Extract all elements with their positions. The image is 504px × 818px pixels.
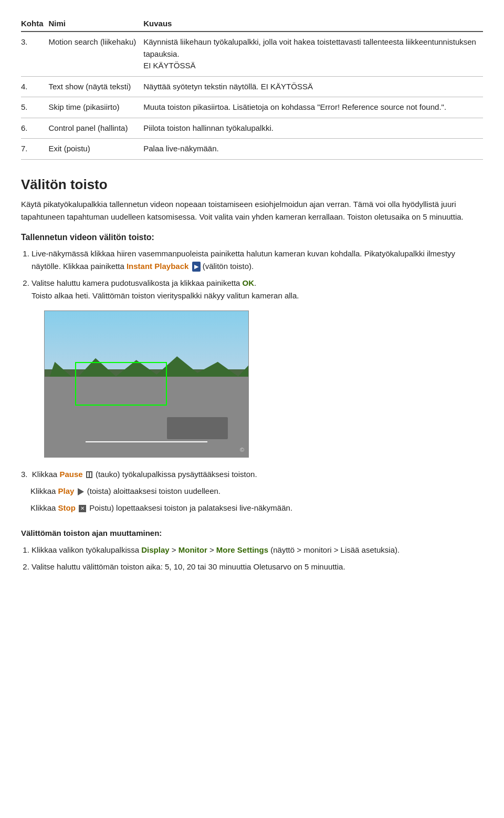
display-label: Display <box>141 545 169 554</box>
ok-label: OK <box>243 278 255 287</box>
step2-note1: Toisto alkaa heti. Välittömän toiston vi… <box>32 291 299 300</box>
muuttaminen-steps-list: Klikkaa valikon työkalupalkissa Display … <box>21 544 483 573</box>
more-settings-label: More Settings <box>216 545 268 554</box>
table-row: 7.Exit (poistu)Palaa live-näkymään. <box>21 139 483 160</box>
cell-number: 6. <box>21 118 49 139</box>
cell-name: Text show (näytä teksti) <box>49 76 144 97</box>
table-row: 4.Text show (näytä teksti)Näyttää syötet… <box>21 76 483 97</box>
step3-line2: Klikkaa Play (toista) aloittaaksesi tois… <box>30 485 483 498</box>
cam-road-markings <box>86 441 208 442</box>
instant-playback-label: Instant Playback <box>127 262 188 271</box>
step2-text: Valitse haluttu kamera pudotusvalikosta … <box>32 278 256 287</box>
stop-icon: ✕ <box>79 505 86 512</box>
cell-name: Skip time (pikasiirto) <box>49 97 144 118</box>
cam-watermark: © <box>240 446 244 455</box>
cell-description: Näyttää syötetyn tekstin näytöllä. EI KÄ… <box>143 76 483 97</box>
play-icon <box>78 488 84 495</box>
cell-number: 3. <box>21 32 49 76</box>
col-header-nimi: Nimi <box>49 16 144 32</box>
tallennetun-steps-list: Live-näkymässä klikkaa hiiren vasemmanpu… <box>21 247 483 458</box>
step1-text1: Live-näkymässä klikkaa hiiren vasemmanpu… <box>32 249 455 271</box>
monitor-label: Monitor <box>178 545 207 554</box>
cell-number: 5. <box>21 97 49 118</box>
muuttaminen-step-1: Klikkaa valikon työkalupalkissa Display … <box>32 544 483 556</box>
col-header-kohta: Kohta <box>21 16 49 32</box>
subsection-title-tallennetun: Tallennetun videon välitön toisto: <box>21 233 483 242</box>
cell-name: Exit (poistu) <box>49 139 144 160</box>
arrow2: > <box>209 545 216 554</box>
col-header-kuvaus: Kuvaus <box>143 16 483 32</box>
pause-icon <box>86 471 92 478</box>
cam-cars <box>167 417 228 439</box>
section-title-valitön: Välitön toisto <box>21 177 483 193</box>
main-table: Kohta Nimi Kuvaus 3.Motion search (liike… <box>21 16 483 160</box>
cell-description: Palaa live-näkymään. <box>143 139 483 160</box>
muuttaminen-step-2: Valitse haluttu välittömän toiston aika:… <box>32 561 483 573</box>
pause-label: Pause <box>59 470 82 479</box>
section-title-muuttaminen: Välittömän toiston ajan muuttaminen: <box>21 527 483 540</box>
step3-line1: 3. Klikkaa Pause (tauko) työkalupalkissa… <box>21 468 483 481</box>
cell-number: 4. <box>21 76 49 97</box>
table-row: 6.Control panel (hallinta)Piilota toisto… <box>21 118 483 139</box>
step-2: Valitse haluttu kamera pudotusvalikosta … <box>32 277 483 458</box>
cell-description: Muuta toiston pikasiirtoa. Lisätietoja o… <box>143 97 483 118</box>
table-row: 5.Skip time (pikasiirto)Muuta toiston pi… <box>21 97 483 118</box>
section-valittoman-muuttaminen: Välittömän toiston ajan muuttaminen: Kli… <box>21 527 483 573</box>
arrow1: > <box>172 545 178 554</box>
play-label: Play <box>58 486 75 495</box>
instant-playback-badge: ▶ <box>192 262 201 272</box>
step-1: Live-näkymässä klikkaa hiiren vasemmanpu… <box>32 247 483 273</box>
section-valitön-toisto: Välitön toisto Käytä pikatyökalupalkkia … <box>21 177 483 514</box>
section-intro: Käytä pikatyökalupalkkia tallennetun vid… <box>21 198 483 223</box>
cell-name: Control panel (hallinta) <box>49 118 144 139</box>
cam-green-box <box>75 362 167 406</box>
cam-sky <box>45 311 248 369</box>
cell-number: 7. <box>21 139 49 160</box>
cell-description: Piilota toiston hallinnan työkalupalkki. <box>143 118 483 139</box>
cell-name: Motion search (liikehaku) <box>49 32 144 76</box>
step3-line3: Klikkaa Stop ✕ Poistu) lopettaaksesi toi… <box>30 502 483 514</box>
table-row: 3.Motion search (liikehaku)Käynnistä lii… <box>21 32 483 76</box>
stop-label: Stop <box>58 503 76 512</box>
camera-screenshot: © <box>44 310 249 458</box>
cell-description: Käynnistä liikehaun työkalupalkki, jolla… <box>143 32 483 76</box>
